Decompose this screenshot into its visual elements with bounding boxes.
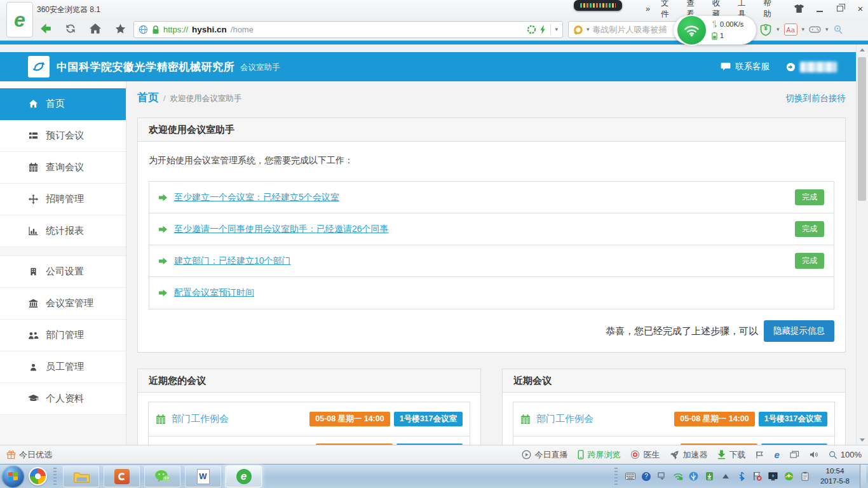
recent-meetings-list: 部门工作例会 05-08 星期一 14:00 1号楼317会议室 [513, 402, 835, 445]
page-zoom-control[interactable]: 100% [829, 450, 862, 459]
bookmark-star-icon[interactable] [110, 19, 130, 38]
chat-bubble-icon [721, 62, 731, 71]
zoom-level: 100% [841, 450, 862, 459]
gift-icon [6, 450, 16, 459]
display-alert-tray-icon[interactable] [768, 471, 778, 482]
taskbar-wechat-button[interactable] [144, 466, 180, 487]
page-scrollbar[interactable] [856, 44, 867, 445]
action-center-flag-icon[interactable] [752, 471, 763, 482]
sidebar-item-room-management[interactable]: 会议室管理 [0, 288, 126, 320]
flag-icon[interactable] [756, 451, 764, 459]
gamepad-icon[interactable] [809, 25, 821, 34]
scroll-up-button[interactable] [857, 44, 867, 55]
restore-button[interactable] [832, 3, 848, 15]
hide-tips-button[interactable]: 隐藏提示信息 [764, 320, 834, 342]
translate-aa-icon[interactable]: Aa [784, 24, 797, 36]
taskbar-explorer-button[interactable] [63, 466, 99, 487]
cross-screen-link[interactable]: 跨屏浏览 [578, 449, 620, 461]
welcome-panel: 欢迎使用会议室助手 为开始使用会议室管理系统，您需要完成以下工作： 至少建立一个… [137, 118, 846, 353]
taskbar-360browser-button[interactable]: e [226, 466, 262, 487]
browser-logo-e-icon: e [14, 10, 25, 30]
sidebar-item-query-meeting[interactable]: 查询会议 [0, 152, 126, 184]
refresh-button[interactable] [60, 19, 81, 38]
speed-bolt-icon[interactable] [540, 25, 546, 34]
speaker-icon[interactable] [810, 451, 818, 459]
menu-help[interactable]: 帮助 [764, 0, 778, 20]
switch-to-reception-link[interactable]: 切换到前台接待 [786, 93, 846, 104]
download-link[interactable]: 下载 [717, 449, 745, 461]
sidebar-item-book-meeting[interactable]: 预订会议 [0, 120, 126, 152]
search-engine-dropdown-icon[interactable]: ▾ [587, 27, 590, 32]
task-link[interactable]: 配置会议室预订时间 [174, 287, 254, 299]
sidebar-item-reports[interactable]: 统计报表 [0, 215, 126, 247]
translate-refresh-icon[interactable] [527, 25, 536, 34]
back-button[interactable] [36, 19, 56, 38]
meeting-row: 部门工作例会 05-08 星期一 14:00 1号楼317会议室 [513, 402, 834, 437]
url-dropdown-icon[interactable]: ▾ [555, 27, 558, 32]
breadcrumb-home-link[interactable]: 首页 [137, 90, 159, 105]
play-circle-icon [522, 450, 531, 459]
meeting-room-badge: 1号楼317会议室 [759, 412, 827, 426]
close-button[interactable]: × [853, 3, 868, 15]
ie-mode-icon[interactable]: e [774, 449, 779, 460]
site-header: 中国科学院安徽光学精密机械研究所 会议室助手 联系客服 [0, 52, 856, 81]
help-tray-icon[interactable]: ? [641, 471, 651, 482]
download-icon [717, 450, 726, 459]
sidebar-item-label: 员工管理 [46, 361, 84, 373]
scrollbar-thumb[interactable] [858, 57, 866, 201]
show-desktop-button[interactable] [860, 464, 866, 488]
taskbar-powerpoint-button[interactable] [104, 466, 140, 487]
meeting-name-link[interactable]: 部门工作例会 [172, 413, 229, 425]
sidebar-item-department-management[interactable]: 部门管理 [0, 320, 126, 351]
start-button[interactable] [2, 465, 24, 487]
url-bar[interactable]: https://hyshi.cn/home ▾ [133, 21, 563, 38]
money-shield-icon[interactable]: ¥ [759, 24, 772, 36]
browser-statusbar: 今日优选 今日直播 跨屏浏览 医生 [0, 445, 868, 464]
sidebar-item-home[interactable]: 首页 [0, 88, 126, 120]
sidebar-item-profile[interactable]: 个人资料 [0, 383, 126, 415]
usb-eject-tray-icon[interactable] [705, 471, 715, 482]
sidebar-item-label: 预订会议 [46, 130, 84, 142]
contact-service-link[interactable]: 联系客服 [721, 61, 770, 72]
taskbar-clock[interactable]: 10:54 2017-5-8 [820, 466, 850, 486]
clipboard-tray-icon[interactable] [800, 471, 810, 482]
meeting-name-link[interactable]: 部门工作例会 [536, 413, 593, 425]
search-engine-icon[interactable] [573, 25, 583, 35]
minimize-button[interactable] [812, 3, 827, 15]
window-switch-tray-icon[interactable] [657, 471, 667, 482]
accelerator-link[interactable]: 加速器 [670, 449, 707, 461]
sidebar-item-employee-management[interactable]: 员工管理 [0, 351, 126, 383]
sidebar-item-company-settings[interactable]: 公司设置 [0, 256, 126, 288]
user-menu[interactable] [786, 62, 837, 72]
sidebar-item-recruit[interactable]: 招聘管理 [0, 184, 126, 215]
home-button[interactable] [85, 19, 105, 38]
gamepad-dropdown-icon[interactable]: ▾ [825, 27, 829, 32]
scroll-down-button[interactable] [857, 435, 867, 445]
task-link[interactable]: 建立部门：已经建立10个部门 [174, 255, 291, 267]
wifi-tray-icon[interactable] [673, 471, 683, 482]
layers-icon[interactable] [790, 451, 799, 459]
360-safety-tray-app[interactable] [29, 467, 47, 485]
task-link[interactable]: 至少建立一个会议室：已经建立5个会议室 [174, 192, 339, 203]
live-today-link[interactable]: 今日直播 [522, 449, 567, 461]
my-meetings-header: 近期您的会议 [138, 369, 480, 393]
menu-overflow-icon[interactable]: » [646, 4, 650, 13]
windows-taskbar: W e ? [0, 464, 868, 488]
usb-device-tray-icon[interactable] [689, 471, 699, 482]
search-hot-text[interactable]: 毒战制片人吸毒被捕 [593, 24, 667, 36]
site-logo [28, 56, 50, 78]
bluetooth-tray-icon[interactable] [736, 471, 747, 482]
wifi-tool-icon[interactable] [676, 15, 707, 46]
skin-icon[interactable] [792, 3, 807, 15]
find-key-icon[interactable] [833, 25, 843, 35]
ime-keyboard-icon[interactable] [625, 471, 635, 482]
ssl-lock-icon[interactable] [152, 25, 159, 34]
aa-dropdown-icon[interactable]: ▾ [802, 27, 805, 32]
doctor-link[interactable]: 医生 [630, 449, 660, 461]
360-update-tray-icon[interactable] [784, 471, 794, 482]
task-link[interactable]: 至少邀请一个同事使用会议室助手：已经邀请26个同事 [174, 224, 389, 235]
taskbar-word-button[interactable]: W [185, 466, 221, 487]
shield-dropdown-icon[interactable]: ▾ [776, 27, 780, 32]
show-hidden-icons-button[interactable] [721, 471, 731, 482]
daily-picks-link[interactable]: 今日优选 [6, 449, 52, 461]
